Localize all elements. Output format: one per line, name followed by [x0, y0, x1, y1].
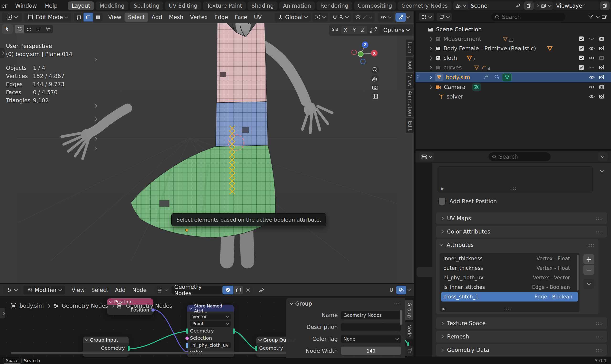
orientation-dropdown[interactable]: Global	[275, 13, 310, 22]
properties-options-button[interactable]	[598, 152, 608, 161]
panel-geometry-data[interactable]: Geometry Data::::	[436, 344, 607, 356]
outliner-row-body-sim[interactable]: body.sim	[415, 72, 611, 82]
expand-icon[interactable]	[428, 85, 432, 89]
outliner-display-mode-button[interactable]	[419, 13, 434, 21]
fake-user-button[interactable]	[223, 286, 233, 294]
mirror-z-toggle[interactable]: Z	[359, 26, 367, 34]
sidebar-tab-item[interactable]: Item	[406, 39, 414, 56]
viewlayer-remove-button[interactable]: ×	[610, 1, 611, 10]
remove-attribute-button[interactable]: −	[583, 265, 594, 275]
menu-face[interactable]: Face	[231, 14, 251, 20]
outliner-row-body-female[interactable]: Body Female - Primitve (Realistic)	[415, 44, 611, 53]
gizmo-toggle-button[interactable]	[396, 13, 406, 22]
collapse-icon[interactable]	[189, 306, 193, 310]
menu-window[interactable]: Window	[11, 3, 41, 9]
checkbox-checked-icon[interactable]	[579, 46, 584, 51]
eye-open-icon[interactable]	[589, 94, 595, 99]
node-tree-browse-button[interactable]	[154, 286, 171, 294]
breadcrumb-modifier[interactable]: Geometry Nodes	[62, 303, 108, 309]
workspace-tab-animation[interactable]: Animation	[279, 1, 315, 10]
workspace-tab-layout[interactable]: Layout	[68, 1, 94, 10]
list-specials-button[interactable]	[597, 166, 607, 176]
geometry-output-socket[interactable]	[127, 345, 130, 351]
expander-arrow-icon[interactable]: ▶	[441, 186, 444, 191]
outliner-row-measurement[interactable]: Measurement 13	[415, 34, 611, 44]
string-socket[interactable]	[186, 342, 188, 348]
outliner-row-curves[interactable]: curves 4	[415, 63, 611, 72]
outliner-filter-mode-button[interactable]	[437, 13, 452, 21]
new-node-tree-button[interactable]	[234, 286, 243, 294]
node-tree-type-dropdown[interactable]: Modifier	[23, 286, 65, 295]
workspace-tab-rendering[interactable]: Rendering	[317, 1, 352, 10]
attribute-row[interactable]: outer_thickness Vertex - Float	[440, 263, 580, 273]
panel-uv-maps[interactable]: UV Maps::::	[436, 212, 607, 224]
edge-mode-button[interactable]	[83, 13, 93, 22]
expand-icon[interactable]	[428, 47, 432, 50]
select-box-extend-button[interactable]	[24, 25, 34, 33]
checkbox-checked-icon[interactable]	[579, 36, 584, 42]
vertex-mode-button[interactable]	[74, 13, 83, 22]
overlays-toggle-button[interactable]	[396, 286, 406, 294]
expander-arrow-icon[interactable]: ▶	[442, 307, 445, 311]
menu-help[interactable]: Help	[41, 3, 61, 9]
breadcrumb-node-tree[interactable]: Geometry Nodes	[126, 303, 172, 309]
toolbar-expand-button[interactable]	[0, 48, 5, 58]
expand-icon[interactable]	[428, 56, 432, 60]
menu-node[interactable]: Node	[129, 287, 150, 293]
pin-icon[interactable]	[258, 287, 265, 293]
camera-toggle-icon[interactable]	[599, 36, 605, 41]
face-mode-button[interactable]	[93, 13, 103, 22]
select-box-intersect-button[interactable]	[43, 25, 53, 33]
data-type-dropdown[interactable]: Vector	[187, 313, 234, 320]
color-tag-dropdown[interactable]: None	[341, 335, 401, 343]
visibility-dropdown[interactable]	[378, 13, 394, 22]
menu-select[interactable]: Select	[88, 287, 112, 293]
pivot-dropdown[interactable]	[312, 13, 328, 22]
menu-add[interactable]: Add	[148, 14, 166, 20]
geometry-input-socket[interactable]	[186, 328, 188, 334]
camera-toggle-icon[interactable]	[599, 84, 605, 90]
mirror-y-toggle[interactable]: Y	[350, 26, 359, 34]
attribute-row[interactable]: hi_phy_cloth_uv Vertex - Vector	[440, 273, 580, 282]
outliner-row-scene-collection[interactable]: Scene Collection	[415, 25, 611, 34]
node-group-input[interactable]: Group Input Geometry	[83, 337, 129, 357]
menu-mesh[interactable]: Mesh	[166, 14, 187, 20]
add-attribute-button[interactable]: +	[583, 254, 594, 264]
shape-key-list[interactable]: ▶ ::::	[438, 166, 593, 193]
sidebar-tab-view[interactable]: View	[406, 73, 414, 89]
expand-icon[interactable]	[428, 37, 432, 41]
editor-type-button[interactable]	[3, 286, 21, 294]
tweak-tool-button[interactable]	[2, 24, 13, 34]
scene-new-button[interactable]	[524, 1, 534, 10]
viewport-3d[interactable]: Z X User Perspective (0) body.sim | Plan…	[0, 23, 414, 283]
outliner-search-input[interactable]: Search	[491, 13, 565, 21]
checkbox-unchecked-icon[interactable]	[438, 198, 446, 205]
group-description-field[interactable]	[341, 323, 401, 331]
menu-uv[interactable]: UV	[251, 14, 265, 20]
attribute-row[interactable]: inner_thickness Vertex - Float	[440, 254, 580, 263]
eye-closed-icon[interactable]	[589, 65, 595, 70]
camera-toggle-icon[interactable]	[599, 75, 605, 80]
checkbox-checked-icon[interactable]	[579, 55, 584, 61]
eye-open-icon[interactable]	[589, 84, 595, 90]
sidebar-tab-animation[interactable]: Animation	[406, 90, 414, 117]
node-editor[interactable]: Modifier View Select Add Node Geometry N…	[0, 283, 414, 358]
eye-open-icon[interactable]	[589, 75, 595, 80]
expand-icon[interactable]	[428, 75, 432, 79]
panel-attributes-header[interactable]: Attributes::::	[436, 239, 598, 251]
menu-vertex[interactable]: Vertex	[187, 14, 211, 20]
collapse-icon[interactable]	[258, 337, 262, 341]
attribute-row-selected[interactable]: cross_stitch_1 Edge - Boolean	[441, 292, 578, 301]
node-tree-name-field[interactable]: Geometry Nodes	[171, 286, 222, 294]
collapse-icon[interactable]	[85, 337, 89, 341]
scrollbar[interactable]	[577, 255, 579, 290]
collapse-icon[interactable]	[109, 299, 113, 303]
falloff-icon[interactable]	[370, 26, 377, 34]
geometry-output-socket[interactable]	[233, 328, 235, 334]
menu-select[interactable]: Select	[125, 13, 148, 22]
camera-disabled-icon[interactable]	[599, 55, 605, 61]
eye-open-icon[interactable]	[589, 46, 595, 51]
menu-edge[interactable]: Edge	[211, 14, 231, 20]
scrollbar[interactable]	[400, 310, 402, 325]
workspace-tab-modeling[interactable]: Modeling	[96, 1, 128, 10]
